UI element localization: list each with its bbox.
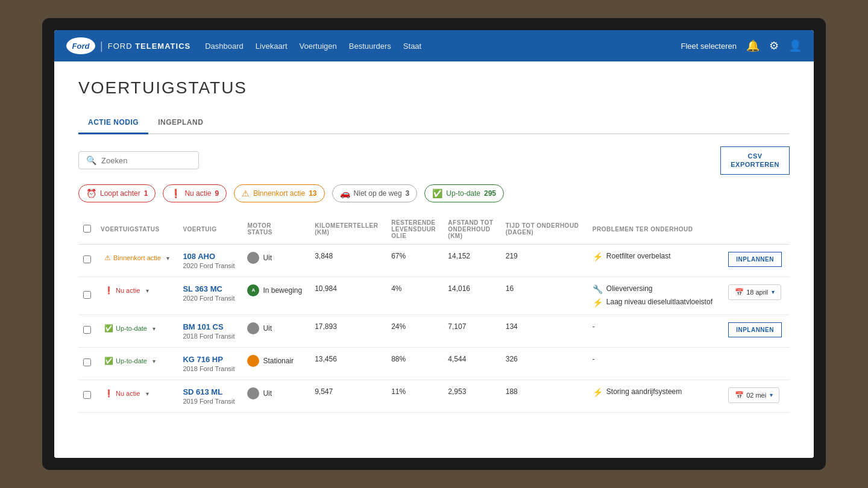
filter-niet-op-weg-count: 3	[406, 189, 410, 198]
filter-nu-actie[interactable]: ❗ Nu actie 9	[163, 184, 227, 202]
fleet-selector[interactable]: Fleet selecteren	[681, 42, 737, 51]
row4-motor-status: Stationair	[247, 355, 305, 367]
row4-status-icon: ✅	[104, 357, 113, 365]
user-icon[interactable]: 👤	[788, 39, 802, 52]
row1-oil: 67%	[386, 244, 443, 277]
table-row: ❗ Nu actie ▾ SD 613 ML 2019 Ford Transit	[78, 380, 790, 412]
select-all-checkbox[interactable]	[83, 225, 91, 233]
row2-checkbox-cell	[78, 277, 96, 314]
settings-icon[interactable]: ⚙	[769, 39, 779, 52]
ford-text: Ford	[72, 42, 90, 51]
row2-issue-text-2: Laag niveau dieseluitlaatvloeistof	[606, 298, 712, 306]
row4-checkbox[interactable]	[83, 358, 91, 366]
row3-checkbox-cell	[78, 314, 96, 347]
row4-oil: 88%	[386, 347, 443, 380]
nav-bestuurders[interactable]: Bestuurders	[349, 42, 391, 51]
row4-status-badge: ✅ Up-to-date	[101, 355, 151, 367]
row2-vehicle-model: 2020 Ford Transit	[183, 295, 237, 302]
nav-voertuigen[interactable]: Voertuigen	[300, 42, 337, 51]
row1-motor-icon	[247, 252, 259, 264]
row2-vehicle-link[interactable]: SL 363 MC	[183, 284, 237, 293]
filter-binnenkort-count: 13	[309, 189, 316, 198]
row3-status-chevron[interactable]: ▾	[153, 325, 156, 332]
row5-checkbox[interactable]	[83, 391, 91, 399]
row5-date-button[interactable]: 📅 02 mei ▾	[728, 387, 779, 403]
row2-date-label: 18 april	[746, 289, 768, 296]
row2-checkbox[interactable]	[83, 291, 91, 299]
row1-motor-status: Uit	[247, 252, 305, 264]
toolbar: 🔍 CSV EXPORTEREN	[78, 146, 790, 175]
table-header: VOERTUIGSTATUS VOERTUIG MOTORSTATUS KILO…	[78, 214, 790, 245]
tab-ingepland[interactable]: INGEPLAND	[148, 112, 213, 134]
row1-checkbox-cell	[78, 244, 96, 277]
row5-vehicle-model: 2019 Ford Transit	[183, 398, 237, 405]
main-content: VOERTUIGSTATUS ACTIE NODIG INGEPLAND 🔍 C…	[54, 61, 814, 458]
row4-distance: 4,544	[443, 347, 500, 380]
brand-divider: |	[100, 40, 103, 52]
row4-motor-icon	[247, 355, 259, 367]
bell-icon[interactable]: 🔔	[746, 39, 760, 52]
row3-inplannen-button[interactable]: INPLANNEN	[728, 322, 782, 337]
row4-days: 326	[501, 347, 588, 380]
col-motor-status: MOTORSTATUS	[242, 214, 310, 245]
csv-export-button[interactable]: CSV EXPORTEREN	[720, 146, 790, 175]
row2-date-button[interactable]: 📅 18 april ▾	[728, 284, 781, 300]
row2-status-label: Nu actie	[116, 287, 140, 294]
row3-oil: 24%	[386, 314, 443, 347]
row2-days: 16	[501, 277, 588, 314]
row1-vehicle-link[interactable]: 108 AHO	[183, 252, 237, 261]
col-action	[723, 214, 790, 245]
filter-binnenkort-label: Binnenkort actie	[253, 189, 305, 198]
row2-motor-icon: A	[247, 284, 259, 296]
row4-vehicle-link[interactable]: KG 716 HP	[183, 355, 237, 364]
row4-status-cell: ✅ Up-to-date ▾	[96, 347, 178, 380]
filter-up-to-date-label: Up-to-date	[446, 189, 480, 198]
row4-issues: -	[588, 347, 723, 380]
row4-status-chevron[interactable]: ▾	[153, 358, 156, 364]
ford-oval-icon: Ford	[66, 37, 95, 54]
calendar-icon-row5: 📅	[735, 391, 744, 399]
filter-niet-op-weg[interactable]: 🚗 Niet op de weg 3	[332, 184, 418, 202]
filter-nu-actie-count: 9	[215, 189, 219, 198]
row5-issues: ⚡ Storing aandrijfsysteem	[588, 380, 723, 412]
row5-status-cell: ❗ Nu actie ▾	[96, 380, 178, 412]
row4-action	[723, 347, 790, 380]
row4-motor-label: Stationair	[263, 357, 294, 365]
tabs: ACTIE NODIG INGEPLAND	[78, 112, 790, 134]
filter-loopt-achter-label: Loopt achter	[100, 189, 140, 198]
row5-vehicle-link[interactable]: SD 613 ML	[183, 387, 237, 396]
filter-nu-actie-label: Nu actie	[184, 189, 211, 198]
filter-loopt-achter[interactable]: ⏰ Loopt achter 1	[78, 184, 156, 202]
up-to-date-icon: ✅	[432, 189, 442, 198]
row3-status-cell: ✅ Up-to-date ▾	[96, 314, 178, 347]
filter-binnenkort[interactable]: ⚠ Binnenkort actie 13	[234, 184, 324, 202]
row3-vehicle-link[interactable]: BM 101 CS	[183, 322, 237, 331]
filter-up-to-date[interactable]: ✅ Up-to-date 295	[424, 184, 504, 202]
row2-status-chevron[interactable]: ▾	[146, 287, 149, 294]
row5-motor-status: Uit	[247, 387, 305, 399]
row5-date-label: 02 mei	[746, 392, 766, 399]
row3-motor-icon	[247, 322, 259, 334]
row1-status-badge: ⚠ Binnenkort actie	[101, 252, 165, 264]
row2-action: 📅 18 april ▾	[723, 277, 790, 314]
nav-dashboard[interactable]: Dashboard	[205, 42, 244, 51]
row1-inplannen-button[interactable]: INPLANNEN	[728, 252, 782, 267]
row3-km: 17,893	[310, 314, 386, 347]
row2-status-badge: ❗ Nu actie	[101, 284, 143, 296]
nav-staat[interactable]: Staat	[403, 42, 421, 51]
nav-livekaart[interactable]: Livekaart	[256, 42, 288, 51]
row4-vehicle-model: 2018 Ford Transit	[183, 365, 237, 372]
row3-checkbox[interactable]	[83, 326, 91, 334]
row5-status-chevron[interactable]: ▾	[146, 390, 149, 397]
search-input[interactable]	[101, 156, 191, 165]
row2-km: 10,984	[310, 277, 386, 314]
row3-vehicle-cell: BM 101 CS 2018 Ford Transit	[178, 314, 242, 347]
row5-issue-text-1: Storing aandrijfsysteem	[606, 387, 682, 396]
filter-niet-op-weg-label: Niet op de weg	[354, 189, 402, 198]
row1-checkbox[interactable]	[83, 255, 91, 263]
row2-status-icon: ❗	[104, 286, 113, 295]
binnenkort-icon: ⚠	[242, 189, 250, 198]
tab-actie-nodig[interactable]: ACTIE NODIG	[78, 112, 148, 134]
row1-status-chevron[interactable]: ▾	[166, 255, 169, 261]
row2-issue-text-1: Olieverversing	[606, 284, 653, 293]
